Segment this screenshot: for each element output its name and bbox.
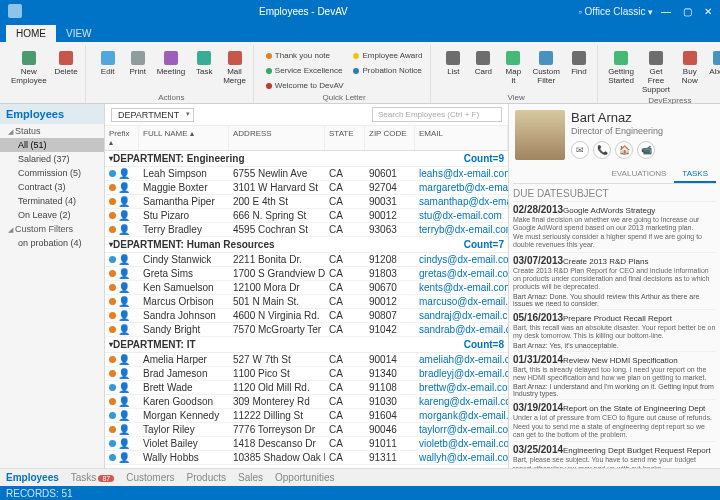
col-header[interactable]: ADDRESS [229,126,325,150]
svg-rect-11 [572,51,586,65]
ribbon-tab-view[interactable]: VIEW [56,25,102,42]
minimize-icon[interactable]: — [661,6,671,17]
detail-pane: Bart Arnaz Director of Engineering ✉📞🏠📹 … [508,104,720,468]
table-row[interactable]: 👤Brett Wade1120 Old Mill Rd.CA91108brett… [105,381,508,395]
table-row[interactable]: 👤Marcus Orbison501 N Main St.CA90012marc… [105,295,508,309]
task-item[interactable]: 03/07/2013Create 2013 R&D PlansCreate 20… [513,253,716,310]
nav-customers[interactable]: Customers [126,472,174,483]
sidebar-item[interactable]: on probation (4) [0,236,104,250]
table-row[interactable]: 👤Karen Goodson309 Monterey RdCA91030kare… [105,395,508,409]
sidebar-cat-custom-filters[interactable]: Custom Filters [0,222,104,236]
skin-picker[interactable]: ▫ Office Classic ▾ [579,6,653,17]
quick-service-excellence[interactable]: Service Excellence [262,63,348,78]
ribbon-meeting[interactable]: Meeting [154,47,188,79]
ribbon-list[interactable]: List [439,47,467,79]
table-row[interactable]: 👤Violet Bailey1418 Descanso DrCA91011vio… [105,437,508,451]
group-row[interactable]: ▾ DEPARTMENT: EngineeringCount=9 [105,151,508,167]
sidebar-item[interactable]: On Leave (2) [0,208,104,222]
table-row[interactable]: 👤Brad Jameson1100 Pico StCA91340bradleyj… [105,367,508,381]
col-header[interactable]: Prefix ▴ [105,126,139,150]
task-item[interactable]: 05/16/2013Prepare Product Recall ReportB… [513,310,716,352]
contact-button[interactable]: 🏠 [615,141,633,159]
ribbon-delete[interactable]: Delete [52,47,81,79]
ribbon-tab-home[interactable]: HOME [6,25,56,42]
quick-probation-notice[interactable]: Probation Notice [349,63,426,78]
nav-products[interactable]: Products [187,472,226,483]
detail-tab-tasks[interactable]: TASKS [674,166,716,183]
sidebar-cat-status[interactable]: Status [0,124,104,138]
sidebar-item[interactable]: Commission (5) [0,166,104,180]
col-header[interactable]: FULL NAME ▴ [139,126,229,150]
table-row[interactable]: 👤Sandy Bright7570 McGroarty TerCA91042sa… [105,323,508,337]
col-header[interactable]: EMAIL [415,126,508,150]
task-item[interactable]: 02/28/2013Google AdWords StrategyMake fi… [513,202,716,253]
detail-tab-evaluations[interactable]: EVALUATIONS [604,166,675,183]
sidebar-item[interactable]: Salaried (37) [0,152,104,166]
status-bar: RECORDS: 51 [0,486,720,500]
ribbon-buy-now[interactable]: BuyNow [676,47,704,88]
table-row[interactable]: 👤Terry Bradley4595 Cochran StCA93063terr… [105,223,508,237]
search-input[interactable]: Search Employees (Ctrl + F) [372,107,502,122]
ribbon-edit[interactable]: Edit [94,47,122,79]
table-row[interactable]: 👤Stu Pizaro666 N. Spring StCA90012stu@dx… [105,209,508,223]
sidebar-item[interactable]: Contract (3) [0,180,104,194]
task-item[interactable]: 03/19/2014Report on the State of Enginee… [513,400,716,442]
svg-rect-10 [539,51,553,65]
col-header[interactable]: STATE [325,126,365,150]
nav-employees[interactable]: Employees [6,472,59,483]
sidebar-item[interactable]: All (51) [0,138,104,152]
table-row[interactable]: 👤Morgan Kennedy11222 Dilling StCA91604mo… [105,409,508,423]
ribbon-card[interactable]: Card [469,47,497,79]
group-row[interactable]: ▾ DEPARTMENT: Human ResourcesCount=7 [105,237,508,253]
ribbon-task[interactable]: Task [190,47,218,79]
ribbon-find[interactable]: Find [565,47,593,79]
svg-rect-7 [446,51,460,65]
employee-grid[interactable]: Prefix ▴FULL NAME ▴ADDRESSSTATEZIP CODEE… [105,126,508,468]
task-item[interactable]: 01/31/2014Review New HDMI SpecificationB… [513,352,716,401]
ribbon-map-it[interactable]: MapIt [499,47,527,88]
task-item[interactable]: 03/25/2014Engineering Dept Budget Reques… [513,442,716,468]
quick-welcome-to-devav[interactable]: Welcome to DevAV [262,78,348,93]
contact-button[interactable]: 📞 [593,141,611,159]
ribbon-getting-started[interactable]: GettingStarted [606,47,636,88]
tasks-list[interactable]: DUE DATESUBJECT02/28/2013Google AdWords … [509,184,720,468]
ribbon-print[interactable]: Print [124,47,152,79]
table-row[interactable]: 👤Taylor Riley7776 Torreyson DrCA90046tay… [105,423,508,437]
title-bar: Employees - DevAV ▫ Office Classic ▾ — ▢… [0,0,720,22]
nav-opportunities[interactable]: Opportunities [275,472,334,483]
sidebar-item[interactable]: Terminated (4) [0,194,104,208]
close-icon[interactable]: ✕ [704,6,712,17]
ribbon-custom-filter[interactable]: CustomFilter [529,47,563,88]
quick-employee-award[interactable]: Employee Award [349,48,426,63]
table-row[interactable]: 👤Ken Samuelson12100 Mora DrCA90670kents@… [105,281,508,295]
table-row[interactable]: 👤Leah Simpson6755 Newlin AveCA90601leahs… [105,167,508,181]
contact-button[interactable]: 📹 [637,141,655,159]
table-row[interactable]: 👤Wally Hobbs10385 Shadow Oak DrCA91311wa… [105,451,508,465]
quick-thank-you-note[interactable]: Thank you note [262,48,348,63]
print-icon [129,49,147,67]
group-row[interactable]: ▾ DEPARTMENT: ManagementCount=4 [105,465,508,468]
nav-sales[interactable]: Sales [238,472,263,483]
table-row[interactable]: 👤Samantha Piper200 E 4th StCA90031samant… [105,195,508,209]
group-row[interactable]: ▾ DEPARTMENT: ITCount=8 [105,337,508,353]
table-row[interactable]: 👤Cindy Stanwick2211 Bonita Dr.CA91208cin… [105,253,508,267]
svg-rect-0 [22,51,36,65]
groupby-dropdown[interactable]: DEPARTMENT [111,108,194,122]
ribbon-tabs: HOMEVIEW [0,22,720,42]
table-row[interactable]: 👤Maggie Boxter3101 W Harvard StCA92704ma… [105,181,508,195]
table-row[interactable]: 👤Greta Sims1700 S Grandview Dr.CA91803gr… [105,267,508,281]
contact-button[interactable]: ✉ [571,141,589,159]
svg-rect-1 [59,51,73,65]
maximize-icon[interactable]: ▢ [683,6,692,17]
list-icon [444,49,462,67]
buy-icon [681,49,699,67]
ribbon-new-employee[interactable]: NewEmployee [8,47,50,88]
ribbon-about[interactable]: About [706,47,720,79]
ribbon-mail-merge[interactable]: MailMerge [220,47,249,88]
table-row[interactable]: 👤Sandra Johnson4600 N Virginia Rd.CA9080… [105,309,508,323]
table-row[interactable]: 👤Amelia Harper527 W 7th StCA90014ameliah… [105,353,508,367]
ribbon-get-free-support[interactable]: Get FreeSupport [638,47,674,96]
col-header[interactable]: ZIP CODE [365,126,415,150]
nav-tasks[interactable]: Tasks87 [71,472,114,483]
ribbon: NewEmployeeDeleteEditPrintMeetingTaskMai… [0,42,720,104]
